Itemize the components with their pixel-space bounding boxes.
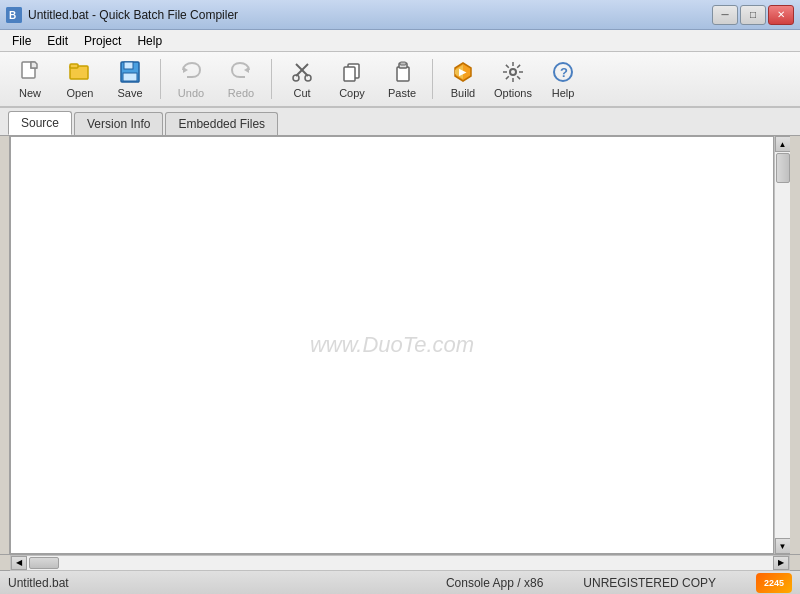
menu-bar: File Edit Project Help [0,30,800,52]
new-icon [18,60,42,84]
svg-marker-9 [183,67,188,73]
build-icon: ▶ [451,60,475,84]
menu-edit[interactable]: Edit [39,30,76,51]
app-icon: B [6,7,22,23]
undo-label: Undo [178,87,204,99]
status-logo: 2245 [756,573,792,593]
svg-marker-10 [244,67,249,73]
svg-text:▶: ▶ [459,67,467,77]
tab-embedded-files[interactable]: Embedded Files [165,112,278,135]
save-label: Save [117,87,142,99]
left-gutter [0,136,10,554]
right-gutter [790,136,800,554]
new-button[interactable]: New [6,55,54,103]
minimize-button[interactable]: ─ [712,5,738,25]
open-icon [68,60,92,84]
svg-marker-3 [31,62,37,68]
cut-icon [290,60,314,84]
scroll-down-arrow[interactable]: ▼ [775,538,791,554]
redo-button: Redo [217,55,265,103]
svg-point-23 [510,69,516,75]
cut-label: Cut [293,87,310,99]
tab-source[interactable]: Source [8,111,72,135]
svg-text:B: B [9,10,16,21]
open-label: Open [67,87,94,99]
svg-rect-19 [400,62,406,65]
build-label: Build [451,87,475,99]
scroll-track-h[interactable] [27,556,773,570]
paste-button[interactable]: Paste [378,55,426,103]
logo-badge: 2245 [756,573,792,593]
maximize-button[interactable]: □ [740,5,766,25]
separator-2 [271,59,272,99]
tabs-bar: Source Version Info Embedded Files [0,108,800,136]
status-right: Console App / x86 UNREGISTERED COPY 2245 [446,573,792,593]
undo-button: Undo [167,55,215,103]
svg-rect-16 [344,67,355,81]
watermark: www.DuoTe.com [310,332,474,358]
help-label: Help [552,87,575,99]
menu-help[interactable]: Help [129,30,170,51]
save-button[interactable]: Save [106,55,154,103]
scroll-track-v[interactable] [775,152,790,538]
scroll-thumb-h[interactable] [29,557,59,569]
vertical-scrollbar[interactable]: ▲ ▼ [774,136,790,554]
horizontal-scrollbar[interactable]: ◀ ▶ [10,555,790,571]
editor-wrapper[interactable]: www.DuoTe.com [10,136,774,554]
options-icon [501,60,525,84]
redo-icon [229,60,253,84]
title-bar-left: B Untitled.bat - Quick Batch File Compil… [6,7,238,23]
title-text: Untitled.bat - Quick Batch File Compiler [28,8,238,22]
paste-label: Paste [388,87,416,99]
close-button[interactable]: ✕ [768,5,794,25]
svg-text:?: ? [560,65,568,80]
main-area: www.DuoTe.com ▲ ▼ ◀ ▶ [0,136,800,570]
title-bar: B Untitled.bat - Quick Batch File Compil… [0,0,800,30]
help-button[interactable]: ? Help [539,55,587,103]
bottom-bar: ◀ ▶ [0,554,800,570]
scroll-left-arrow[interactable]: ◀ [11,556,27,570]
options-button[interactable]: Options [489,55,537,103]
paste-icon [390,60,414,84]
separator-3 [432,59,433,99]
new-label: New [19,87,41,99]
build-button[interactable]: ▶ Build [439,55,487,103]
menu-project[interactable]: Project [76,30,129,51]
redo-label: Redo [228,87,254,99]
svg-rect-17 [397,67,409,81]
copy-icon [340,60,364,84]
options-label: Options [494,87,532,99]
toolbar: New Open Save Undo Redo [0,52,800,108]
cut-button[interactable]: Cut [278,55,326,103]
svg-rect-7 [124,62,133,69]
svg-rect-8 [123,73,137,81]
status-registration: UNREGISTERED COPY [583,576,716,590]
status-bar: Untitled.bat Console App / x86 UNREGISTE… [0,570,800,594]
copy-button[interactable]: Copy [328,55,376,103]
status-filename: Untitled.bat [8,576,69,590]
tab-version-info[interactable]: Version Info [74,112,163,135]
scroll-thumb-v[interactable] [776,153,790,183]
menu-file[interactable]: File [4,30,39,51]
editor-content[interactable]: www.DuoTe.com [11,137,773,553]
undo-icon [179,60,203,84]
title-buttons: ─ □ ✕ [712,5,794,25]
scroll-right-arrow[interactable]: ▶ [773,556,789,570]
save-icon [118,60,142,84]
open-button[interactable]: Open [56,55,104,103]
separator-1 [160,59,161,99]
scroll-up-arrow[interactable]: ▲ [775,136,791,152]
help-icon: ? [551,60,575,84]
svg-rect-5 [70,64,78,68]
status-apptype: Console App / x86 [446,576,543,590]
copy-label: Copy [339,87,365,99]
